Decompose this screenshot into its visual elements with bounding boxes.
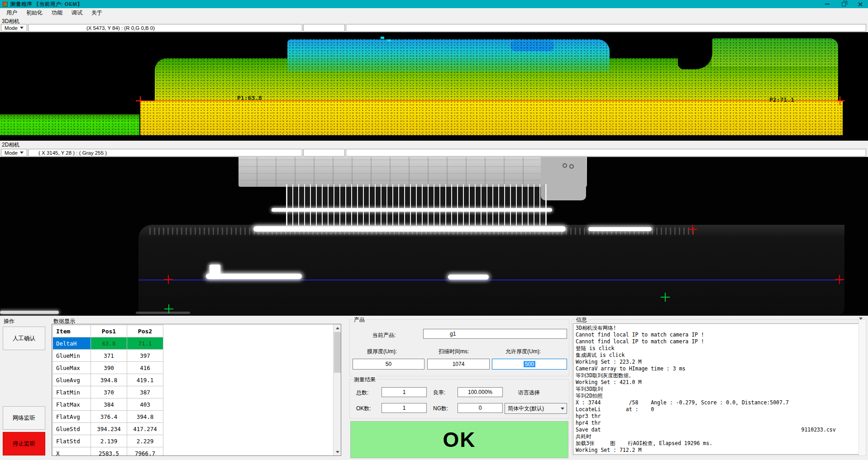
table-row[interactable]: FlatAvg 376.4 394.8	[53, 411, 163, 423]
crosshair-left	[164, 275, 173, 284]
yield-field[interactable]: 100.000%	[458, 387, 503, 397]
ng-count-field[interactable]: 0	[458, 403, 503, 413]
maximize-button[interactable]	[835, 0, 852, 8]
connector-pins	[286, 184, 547, 226]
chevron-down-icon	[20, 27, 24, 29]
log-line: 等到3D取到灰度图数据。	[576, 372, 864, 379]
product-group: 产品 当前产品: g1 膜厚度(Um): 扫描时间ms: 允许厚度(Um): 5…	[349, 319, 569, 376]
mode-dropdown-2d[interactable]: Mode	[1, 149, 27, 156]
total-field[interactable]: 1	[382, 387, 427, 397]
scroll-down-icon[interactable]	[334, 448, 341, 455]
mode-label: Mode	[5, 150, 18, 156]
product-title: 产品	[353, 316, 366, 324]
cell-pos2: 387	[127, 386, 163, 398]
operation-button[interactable]: 网络监听	[3, 406, 45, 430]
table-row[interactable]: GlueAvg 394.8 419.1	[53, 374, 163, 386]
statusbar-segment	[303, 149, 345, 156]
cell-pos1: 63.8	[91, 337, 127, 350]
current-product-field[interactable]: g1	[423, 329, 567, 339]
mode-dropdown-3d[interactable]: Mode	[1, 24, 27, 32]
cell-pos1: 376.4	[91, 411, 127, 423]
ok-count-field[interactable]: 1	[382, 403, 427, 413]
cell-pos2: 2.229	[127, 435, 163, 447]
cell-pos1: 384	[91, 398, 127, 411]
crosshair-mid-right	[688, 225, 697, 234]
table-row[interactable]: GlueStd 394.234 417.274	[53, 423, 163, 435]
scan-time-field[interactable]: 1074	[427, 359, 490, 370]
table-row[interactable]: GlueMax 390 416	[53, 362, 163, 374]
current-product-label: 当前产品:	[372, 332, 396, 339]
allowed-thickness-label: 允许厚度(Um):	[506, 348, 541, 356]
log-scrollbar[interactable]	[858, 320, 866, 455]
minimize-button[interactable]	[819, 0, 835, 8]
p2-annotation: P2:71.1	[769, 96, 794, 103]
log-line: 登陆 is click	[576, 345, 864, 352]
table-row[interactable]: X 2583.5 7966.7	[53, 447, 163, 456]
p1-annotation: P1:63.8	[237, 95, 262, 101]
scroll-up-icon[interactable]	[334, 324, 341, 332]
crosshair-p1	[136, 96, 145, 105]
data-table-container[interactable]: Item Pos1 Pos2 DeltaH 63.8 71.1	[52, 324, 341, 456]
cell-pos1: 2583.5	[91, 447, 127, 456]
table-row[interactable]: DeltaH 63.8 71.1	[53, 337, 163, 350]
col-header-pos2: Pos2	[127, 325, 163, 337]
operation-button[interactable]: 人工确认	[3, 327, 45, 350]
window-title: 测量程序 【当前用户: OEM】	[10, 1, 82, 8]
log-line: Working Set : 421.0 M	[576, 379, 864, 386]
yield-label: 良率:	[433, 389, 445, 397]
cell-item: GlueMin	[53, 350, 91, 362]
connector-base	[138, 225, 844, 316]
film-thickness-label: 膜厚度(Um):	[367, 348, 397, 356]
close-icon	[858, 2, 863, 7]
info-group: 信息 3D相机没有网络!Cannot find local IP to matc…	[572, 319, 866, 456]
table-row[interactable]: FlatMin 370 387	[53, 386, 163, 398]
chevron-down-icon	[561, 408, 564, 410]
camera3d-view[interactable]: P1:63.8 P2:71.1	[0, 32, 868, 141]
menu-item[interactable]: 初始化	[22, 8, 47, 18]
language-label: 语言选择	[518, 389, 540, 397]
result-status-panel: OK	[350, 421, 568, 458]
cell-item: GlueAvg	[53, 374, 91, 386]
table-row[interactable]: FlatStd 2.139 2.229	[53, 435, 163, 447]
app-icon	[3, 2, 8, 7]
edge-streak	[0, 311, 59, 314]
glue-highlight-end	[448, 275, 489, 280]
cell-pos1: 394.234	[91, 423, 127, 435]
minimize-icon	[825, 4, 830, 5]
allowed-thickness-field[interactable]: 500	[492, 359, 567, 370]
cell-item: GlueStd	[53, 423, 91, 435]
operation-button[interactable]: 停止监听	[3, 432, 45, 455]
camera3d-pixel-status: (X 5473, Y 84) : (R 0,G 0,B 0)	[28, 24, 302, 32]
cell-item: X	[53, 447, 91, 456]
log-line: Save dat 9110233.csv	[576, 427, 864, 433]
log-line: 加载3张 图 行AOI检查, Elapsed 19296 ms.	[576, 440, 864, 447]
close-button[interactable]	[852, 0, 868, 8]
log-line: Cannot find local IP to match camera IP …	[576, 338, 864, 345]
menu-item[interactable]: 功能	[47, 8, 67, 18]
total-label: 总数:	[356, 389, 368, 397]
film-thickness-field[interactable]: 50	[353, 359, 424, 370]
log-area[interactable]: 3D相机没有网络!Cannot find local IP to match c…	[573, 323, 865, 455]
menu-item[interactable]: 用户	[2, 8, 22, 18]
crosshair-right	[835, 275, 844, 284]
edge-streak	[136, 312, 190, 314]
cell-item: FlatMax	[53, 398, 91, 411]
maximize-icon	[842, 2, 846, 6]
operation-title: 操作	[4, 318, 14, 325]
glow-strip-upper	[272, 208, 552, 212]
camera2d-view[interactable]	[0, 157, 868, 316]
statusbar-segment	[303, 24, 345, 32]
table-row[interactable]: FlatMax 384 403	[53, 398, 163, 411]
scroll-down-icon[interactable]	[859, 320, 866, 326]
menu-item[interactable]: 调试	[67, 8, 87, 18]
log-line: CameraV array to HImage time : 3 ms	[576, 365, 864, 372]
cell-pos2: 419.1	[127, 374, 163, 386]
table-row[interactable]: GlueMin 371 397	[53, 350, 163, 362]
results-title: 测量结果	[353, 376, 377, 384]
language-select[interactable]: 简体中文(默认)	[505, 403, 567, 414]
menu-item[interactable]: 关于	[87, 8, 107, 18]
scrollbar-thumb[interactable]	[334, 332, 341, 373]
locate-line	[138, 280, 843, 280]
cell-pos2: 416	[127, 362, 163, 374]
table-scrollbar[interactable]	[333, 324, 341, 455]
